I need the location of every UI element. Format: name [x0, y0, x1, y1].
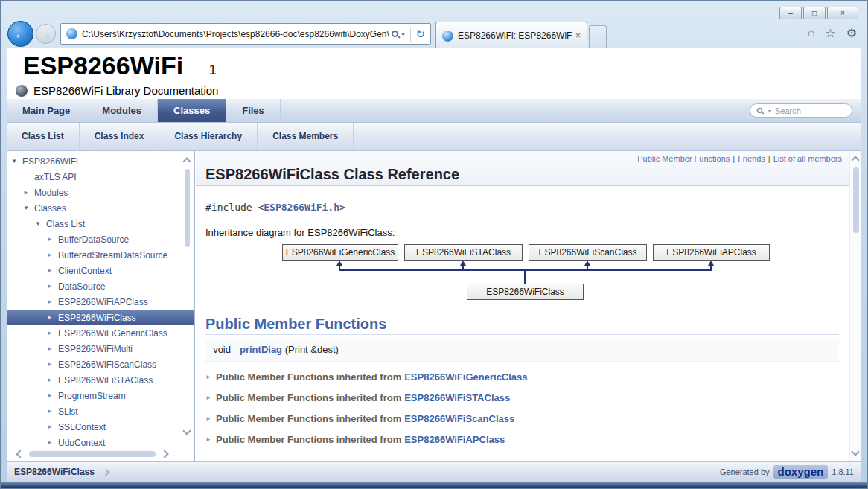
- tree-collapsed-icon[interactable]: ►: [47, 236, 58, 243]
- summary-link-public-member-functions[interactable]: Public Member Functions: [637, 154, 730, 163]
- tree-collapsed-icon[interactable]: ►: [23, 189, 34, 196]
- tab-class-index[interactable]: Class Index: [80, 123, 160, 150]
- tab-main-page[interactable]: Main Page: [7, 99, 86, 122]
- sidebar-item-modules[interactable]: ►Modules: [7, 185, 194, 200]
- tree-collapsed-icon[interactable]: ►: [47, 345, 58, 352]
- tree-expanded-icon[interactable]: ▼: [35, 220, 46, 227]
- summary-link-all-members[interactable]: List of all members: [773, 154, 842, 163]
- sidebar-item-classes[interactable]: ▼Classes: [7, 200, 194, 216]
- content-vertical-scrollbar[interactable]: [849, 151, 861, 462]
- tab-class-members[interactable]: Class Members: [258, 123, 354, 150]
- tree-collapsed-icon[interactable]: ►: [47, 377, 58, 383]
- sidebar-item-esp8266wifistaclass[interactable]: ►ESP8266WiFiSTAClass: [7, 372, 194, 388]
- sidebar-item-esp8266wifigenericclass[interactable]: ►ESP8266WiFiGenericClass: [7, 325, 194, 341]
- sidebar-hscroll-thumb[interactable]: [29, 451, 156, 457]
- search-input[interactable]: [775, 106, 846, 115]
- sidebar-vertical-scrollbar[interactable]: [182, 154, 193, 438]
- tree-collapsed-icon[interactable]: ►: [47, 298, 58, 305]
- tab-class-list[interactable]: Class List: [7, 123, 80, 150]
- member-link-printdiag[interactable]: printDiag: [240, 344, 282, 355]
- class-link-esp8266wifigenericclass[interactable]: ESP8266WiFiGenericClass: [404, 371, 527, 383]
- search-icon[interactable]: [757, 108, 763, 114]
- summary-link-friends[interactable]: Friends: [738, 154, 765, 163]
- search-box[interactable]: ▾: [750, 103, 852, 118]
- class-link-esp8266wifistaclass[interactable]: ESP8266WiFiSTAClass: [404, 392, 510, 403]
- sidebar-item-esp8266wifi[interactable]: ▼ESP8266WiFi: [7, 153, 194, 169]
- refresh-icon[interactable]: ↻: [415, 28, 425, 41]
- tree-collapsed-icon[interactable]: ►: [47, 408, 58, 415]
- address-bar[interactable]: ▾ ↻: [60, 23, 431, 45]
- settings-gear-icon[interactable]: ⚙: [846, 26, 857, 40]
- sidebar-item-progmemstream[interactable]: ►ProgmemStream: [7, 388, 194, 403]
- class-link-esp8266wifiscanclass[interactable]: ESP8266WiFiScanClass: [404, 413, 514, 424]
- tree-collapsed-icon[interactable]: ►: [47, 330, 58, 336]
- diagram-node-esp8266wificlass[interactable]: ESP8266WiFiClass: [467, 284, 584, 300]
- tree-expanded-icon[interactable]: ▼: [23, 205, 34, 211]
- address-search-icon[interactable]: [392, 31, 398, 37]
- sidebar-vscroll-thumb[interactable]: [185, 169, 190, 247]
- tree-collapsed-icon[interactable]: ►: [47, 439, 58, 446]
- tree-collapsed-icon[interactable]: ►: [47, 283, 58, 290]
- expand-arrow-icon[interactable]: ►: [205, 415, 216, 422]
- tree-collapsed-icon[interactable]: ►: [47, 252, 58, 258]
- tree-collapsed-icon[interactable]: ►: [47, 392, 58, 399]
- diagram-node-esp8266wifigenericclass[interactable]: ESP8266WiFiGenericClass: [282, 244, 398, 261]
- sidebar-item-sslcontext[interactable]: ►SSLContext: [7, 419, 194, 435]
- address-input[interactable]: [82, 29, 389, 39]
- expand-arrow-icon[interactable]: ►: [205, 436, 216, 443]
- diagram-node-esp8266wifistaclass[interactable]: ESP8266WiFiSTAClass: [404, 244, 523, 261]
- tree-collapsed-icon[interactable]: ►: [47, 267, 58, 274]
- address-search-caret-icon[interactable]: ▾: [401, 31, 404, 38]
- sidebar-item-class-list[interactable]: ▼Class List: [7, 216, 194, 231]
- inherited-header-staclass[interactable]: ► Public Member Functions inherited from…: [205, 387, 849, 408]
- diagram-node-esp8266wifiscanclass[interactable]: ESP8266WiFiScanClass: [529, 244, 647, 261]
- scroll-right-icon[interactable]: [160, 450, 168, 458]
- tab-close-icon[interactable]: ×: [575, 31, 581, 41]
- scroll-up-icon[interactable]: [182, 157, 191, 165]
- sidebar-horizontal-scrollbar[interactable]: [7, 447, 184, 461]
- sidebar-item-esp8266wifimulti[interactable]: ►ESP8266WiFiMulti: [7, 341, 194, 357]
- scroll-down-icon[interactable]: [851, 447, 859, 456]
- expand-arrow-icon[interactable]: ►: [205, 374, 216, 380]
- scroll-left-icon[interactable]: [16, 450, 24, 458]
- browser-tab[interactable]: ESP8266WiFi: ESP8266WiFi... ×: [435, 22, 587, 49]
- scroll-down-icon[interactable]: [182, 426, 191, 435]
- favorites-star-icon[interactable]: ☆: [825, 26, 835, 40]
- include-file-link[interactable]: ESP8266WiFi.h: [264, 202, 339, 213]
- new-tab-button[interactable]: [589, 25, 607, 49]
- tab-class-hierarchy[interactable]: Class Hierarchy: [159, 123, 258, 150]
- maximize-button[interactable]: □: [803, 7, 826, 19]
- minimize-button[interactable]: –: [779, 7, 802, 19]
- sidebar-item-clientcontext[interactable]: ►ClientContext: [7, 263, 194, 278]
- tab-files[interactable]: Files: [226, 99, 281, 122]
- class-link-esp8266wifiapclass[interactable]: ESP8266WiFiAPClass: [404, 434, 505, 445]
- sidebar-item-esp8266wificlass[interactable]: ►ESP8266WiFiClass: [7, 310, 194, 325]
- tree-collapsed-icon[interactable]: ►: [47, 361, 58, 368]
- inherited-header-apclass[interactable]: ► Public Member Functions inherited from…: [205, 429, 849, 450]
- sidebar-item-datasource[interactable]: ►DataSource: [7, 278, 194, 294]
- search-caret-icon[interactable]: ▾: [768, 108, 771, 115]
- close-button[interactable]: ×: [827, 7, 858, 19]
- sidebar-item-bufferdatasource[interactable]: ►BufferDataSource: [7, 231, 194, 247]
- tree-expanded-icon[interactable]: ▼: [11, 158, 22, 164]
- tab-classes[interactable]: Classes: [158, 99, 226, 122]
- back-button[interactable]: ←: [7, 21, 33, 47]
- tree-collapsed-icon[interactable]: ►: [47, 314, 58, 321]
- sidebar-item-udpcontext[interactable]: ►UdpContext: [7, 435, 194, 446]
- sidebar-item-esp8266wifiscanclass[interactable]: ►ESP8266WiFiScanClass: [7, 357, 194, 372]
- tab-modules[interactable]: Modules: [86, 99, 158, 122]
- sidebar-item-bufferedstreamdatasource[interactable]: ►BufferedStreamDataSource: [7, 247, 194, 263]
- scroll-up-icon[interactable]: [851, 156, 859, 164]
- home-icon[interactable]: ⌂: [808, 26, 815, 40]
- tree-collapsed-icon[interactable]: ►: [47, 424, 58, 430]
- sidebar-item-esp8266wifiapclass[interactable]: ►ESP8266WiFiAPClass: [7, 294, 194, 310]
- doxygen-logo[interactable]: doxygen: [773, 465, 829, 479]
- expand-arrow-icon[interactable]: ►: [205, 394, 216, 401]
- diagram-node-esp8266wifiapclass[interactable]: ESP8266WiFiAPClass: [653, 244, 770, 261]
- inherited-header-genericclass[interactable]: ► Public Member Functions inherited from…: [205, 366, 849, 387]
- content-vscroll-thumb[interactable]: [853, 167, 859, 233]
- inherited-header-scanclass[interactable]: ► Public Member Functions inherited from…: [205, 408, 849, 429]
- sidebar-item-slist[interactable]: ►SList: [7, 403, 194, 419]
- breadcrumb[interactable]: ESP8266WiFiClass: [7, 467, 109, 477]
- forward-button[interactable]: →: [36, 24, 56, 44]
